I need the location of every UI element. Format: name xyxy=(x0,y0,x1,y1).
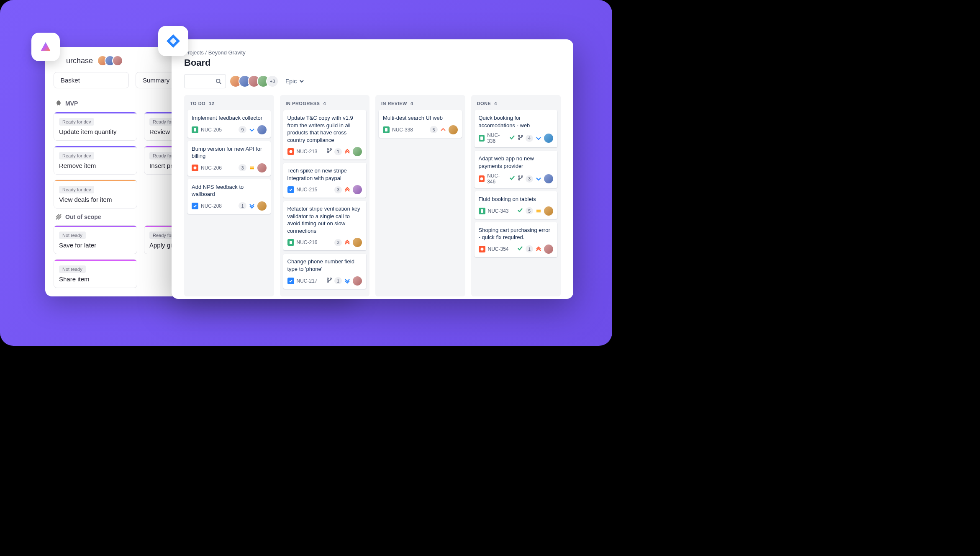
issue-key[interactable]: NUC-217 xyxy=(297,278,318,284)
issue-title: Tech spike on new stripe integration wit… xyxy=(287,167,362,182)
issue-key[interactable]: NUC-206 xyxy=(201,165,222,171)
svg-rect-5 xyxy=(194,128,196,131)
board-column: IN PROGRESS 4 Update T&C copy with v1.9 … xyxy=(280,95,370,296)
svg-point-6 xyxy=(194,166,197,169)
page-title: Board xyxy=(184,57,561,68)
assignee-avatar[interactable] xyxy=(449,125,458,134)
priority-icon xyxy=(249,165,255,171)
issue-key[interactable]: NUC-208 xyxy=(201,203,222,209)
issue-title: Shoping cart purchasing error - quick fi… xyxy=(479,227,554,241)
branch-icon xyxy=(326,277,332,285)
issue-key[interactable]: NUC-338 xyxy=(392,127,413,133)
assignee-avatar[interactable] xyxy=(257,125,267,134)
assignee-avatar[interactable] xyxy=(353,185,362,194)
svg-point-24 xyxy=(521,176,523,178)
issue-type-icon xyxy=(479,208,485,214)
issue-title: Implement feedback collector xyxy=(192,114,267,122)
svg-point-11 xyxy=(330,149,332,150)
card-title: View deals for item xyxy=(59,196,132,203)
search-input[interactable] xyxy=(184,74,226,88)
column-count: 4 xyxy=(323,101,326,106)
status-tag: Ready for dev xyxy=(59,186,94,193)
issue-type-icon xyxy=(383,126,390,133)
column-name: IN REVIEW xyxy=(381,101,407,106)
issue-key[interactable]: NUC-336 xyxy=(487,132,506,144)
issue-key[interactable]: NUC-346 xyxy=(487,173,506,185)
breadcrumb[interactable]: Projects / Beyond Gravity xyxy=(184,49,561,56)
done-check-icon xyxy=(517,245,523,253)
issue-type-icon xyxy=(287,278,294,284)
section-name: MVP xyxy=(65,100,78,107)
issue-card[interactable]: Adapt web app no new payments provider N… xyxy=(475,151,558,188)
issue-card[interactable]: Shoping cart purchasing error - quick fi… xyxy=(475,222,558,257)
chevron-down-icon xyxy=(299,79,304,84)
priority-icon xyxy=(535,175,542,182)
issue-card[interactable]: Update T&C copy with v1.9 from the write… xyxy=(283,110,367,160)
assignee-avatar[interactable] xyxy=(544,174,553,183)
issue-key[interactable]: NUC-343 xyxy=(488,208,509,214)
more-avatars-button[interactable]: +3 xyxy=(266,75,279,88)
issue-key[interactable]: NUC-213 xyxy=(297,149,318,154)
issue-card[interactable]: Tech spike on new stripe integration wit… xyxy=(283,163,367,198)
feature-card[interactable]: Ready for dev Update item quantity xyxy=(54,112,137,141)
status-tag: Ready for dev xyxy=(59,152,94,160)
epic-label: Epic xyxy=(285,78,297,85)
estimate-badge: 1 xyxy=(334,277,342,284)
feature-card[interactable]: Not ready Save for later xyxy=(54,225,137,254)
issue-card[interactable]: Refactor stripe verification key validat… xyxy=(283,201,367,250)
feature-card[interactable]: Ready for dev Remove item xyxy=(54,146,137,175)
svg-rect-26 xyxy=(481,209,483,213)
issue-card[interactable]: Implement feedback collector NUC-205 9 xyxy=(187,110,271,138)
svg-point-9 xyxy=(289,150,292,153)
estimate-badge: 5 xyxy=(526,207,533,214)
left-avatar-group xyxy=(100,55,123,66)
issue-type-icon xyxy=(479,175,485,182)
priority-icon xyxy=(344,148,351,155)
status-tag: Not ready xyxy=(59,265,86,273)
issue-key[interactable]: NUC-215 xyxy=(297,187,318,193)
issue-key[interactable]: NUC-205 xyxy=(201,127,222,133)
jira-logo xyxy=(158,26,188,56)
column-header: DONE 4 xyxy=(475,99,558,110)
epic-dropdown[interactable]: Epic xyxy=(285,78,304,85)
assignee-avatar[interactable] xyxy=(257,163,267,172)
card-title: Share item xyxy=(59,275,132,283)
issue-card[interactable]: Bump version for new API for billing NUC… xyxy=(187,141,271,176)
issue-card[interactable]: Quick booking for accomodations - web NU… xyxy=(475,110,558,147)
estimate-badge: 3 xyxy=(526,175,533,183)
productboard-logo xyxy=(31,33,60,61)
assignee-avatar[interactable] xyxy=(544,206,553,216)
issue-card[interactable]: Multi-dest search UI web NUC-338 5 xyxy=(379,110,462,138)
issue-type-icon xyxy=(287,148,294,155)
issue-card[interactable]: Fluid booking on tablets NUC-343 5 xyxy=(475,191,558,219)
issue-key[interactable]: NUC-216 xyxy=(297,239,318,245)
column-header: TO DO 12 xyxy=(187,99,271,110)
assignee-avatar[interactable] xyxy=(257,201,267,211)
column-count: 12 xyxy=(209,101,214,106)
assignee-avatar[interactable] xyxy=(353,147,362,156)
estimate-badge: 1 xyxy=(334,148,342,155)
avatar[interactable] xyxy=(112,55,123,66)
card-title: Save for later xyxy=(59,242,132,249)
issue-key[interactable]: NUC-354 xyxy=(488,246,509,252)
estimate-badge: 3 xyxy=(239,164,246,171)
estimate-badge: 9 xyxy=(239,126,246,133)
feature-card[interactable]: Ready for dev View deals for item xyxy=(54,180,137,208)
issue-type-icon xyxy=(192,203,198,209)
board-column: TO DO 12 Implement feedback collector NU… xyxy=(184,95,274,296)
assignee-avatar[interactable] xyxy=(353,276,362,286)
column-header: IN REVIEW 4 xyxy=(379,99,462,110)
issue-title: Refactor stripe verification key validat… xyxy=(287,205,362,234)
filter-basket[interactable]: Basket xyxy=(54,72,129,88)
assignee-avatar[interactable] xyxy=(544,245,553,254)
assignee-avatar[interactable] xyxy=(353,238,362,247)
svg-point-22 xyxy=(480,178,483,180)
assignee-avatar[interactable] xyxy=(544,134,553,143)
estimate-badge: 4 xyxy=(526,135,533,142)
issue-card[interactable]: Change phone number field type to 'phone… xyxy=(283,254,367,288)
done-check-icon xyxy=(509,175,516,183)
issue-title: Quick booking for accomodations - web xyxy=(479,114,554,129)
issue-card[interactable]: Add NPS feedback to wallboard NUC-208 1 xyxy=(187,179,271,214)
priority-icon xyxy=(344,278,351,284)
feature-card[interactable]: Not ready Share item xyxy=(54,259,137,288)
